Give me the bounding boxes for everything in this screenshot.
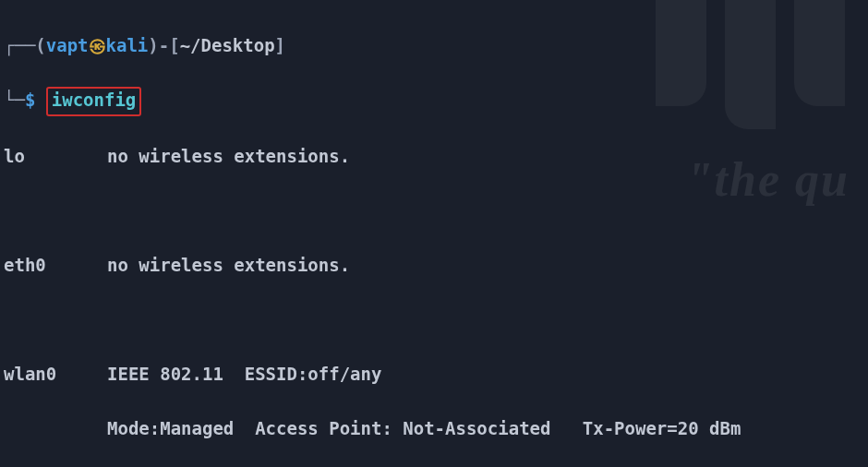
iface-lo: lono wireless extensions. [4, 143, 864, 170]
wlan0-mode: Mode:Managed Access Point: [107, 418, 392, 438]
wlan0-assoc: Not-Associated Tx-Power=20 dBm [392, 418, 741, 438]
prompt-at: ㉿ [89, 35, 106, 55]
command-highlight: iwconfig [46, 87, 142, 116]
iface-name-wlan0: wlan0 [4, 361, 107, 388]
prompt-sigil: $ [25, 90, 35, 110]
wlan0-line1: IEEE 802.11 ESSID:off/any [107, 361, 381, 388]
iface-name-lo: lo [4, 143, 107, 170]
iface-eth0: eth0no wireless extensions. [4, 252, 864, 279]
prompt-line-top: ┌──(vapt㉿kali)-[~/Desktop] [4, 32, 864, 59]
prompt-host: kali [106, 35, 149, 55]
prompt-line-bottom: └─$ iwconfig [4, 87, 864, 116]
iface-wlan0-l1: wlan0IEEE 802.11 ESSID:off/any [4, 361, 864, 388]
iface-name-eth0: eth0 [4, 252, 107, 279]
iface-wlan0-l2: Mode:Managed Access Point: Not-Associate… [4, 415, 864, 442]
command-input[interactable]: iwconfig [52, 90, 137, 110]
prompt-user: vapt [46, 35, 89, 55]
prompt-cwd: ~/Desktop [180, 35, 275, 55]
terminal[interactable]: ┌──(vapt㉿kali)-[~/Desktop] └─$ iwconfig … [0, 0, 868, 467]
iface-lo-text: no wireless extensions. [107, 143, 350, 170]
iface-eth0-text: no wireless extensions. [107, 252, 350, 279]
